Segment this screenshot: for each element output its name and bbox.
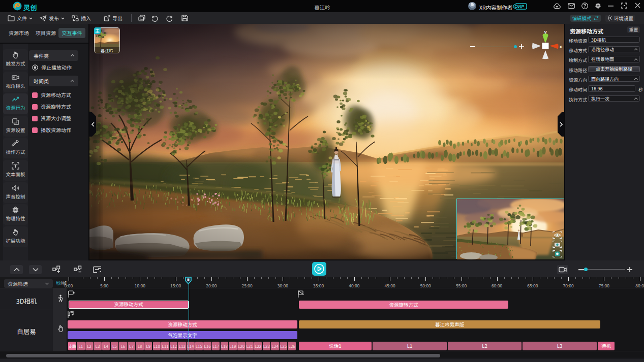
- svg-text:VIP: VIP: [517, 3, 525, 9]
- svg-text:x: x: [560, 44, 563, 49]
